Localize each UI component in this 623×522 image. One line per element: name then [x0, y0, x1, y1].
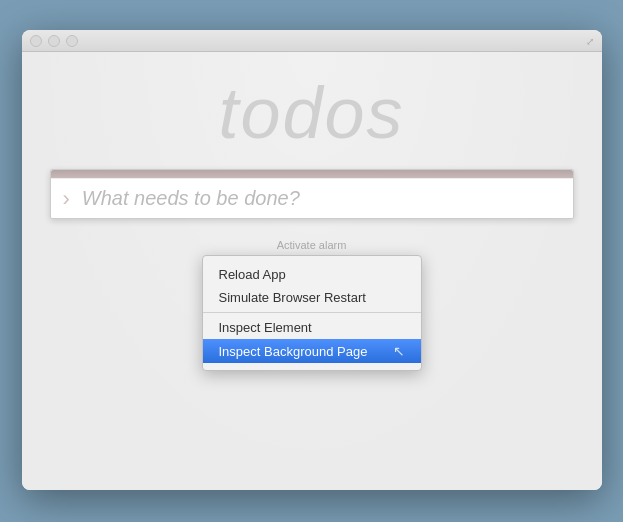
- menu-item-inspect-background-page-label: Inspect Background Page: [219, 344, 368, 359]
- todo-placeholder: What needs to be done?: [82, 187, 300, 210]
- context-menu: Reload App Simulate Browser Restart Insp…: [202, 255, 422, 371]
- app-title: todos: [22, 72, 602, 154]
- context-trigger-label: Activate alarm: [277, 239, 347, 251]
- title-bar: ⤢: [22, 30, 602, 52]
- todo-section: › What needs to be done?: [50, 169, 574, 219]
- app-window: ⤢ todos › What needs to be done? Activat…: [22, 30, 602, 490]
- context-menu-group-1: Reload App Simulate Browser Restart: [203, 260, 421, 313]
- minimize-button[interactable]: [48, 35, 60, 47]
- todo-input-row[interactable]: › What needs to be done?: [51, 178, 573, 218]
- menu-item-inspect-background-page[interactable]: Inspect Background Page ↖: [203, 339, 421, 363]
- expand-icon: ⤢: [586, 35, 594, 46]
- chevron-down-icon: ›: [63, 188, 70, 210]
- cursor-icon: ↖: [393, 343, 405, 359]
- menu-item-reload-app[interactable]: Reload App: [203, 263, 421, 286]
- context-menu-group-2: Inspect Element Inspect Background Page …: [203, 313, 421, 366]
- menu-item-simulate-browser-restart[interactable]: Simulate Browser Restart: [203, 286, 421, 309]
- close-button[interactable]: [30, 35, 42, 47]
- app-content: todos › What needs to be done? Activate …: [22, 52, 602, 490]
- menu-item-inspect-element[interactable]: Inspect Element: [203, 316, 421, 339]
- context-menu-area: Activate alarm Reload App Simulate Brows…: [22, 239, 602, 371]
- maximize-button[interactable]: [66, 35, 78, 47]
- todo-header: [51, 170, 573, 178]
- traffic-lights: [30, 35, 78, 47]
